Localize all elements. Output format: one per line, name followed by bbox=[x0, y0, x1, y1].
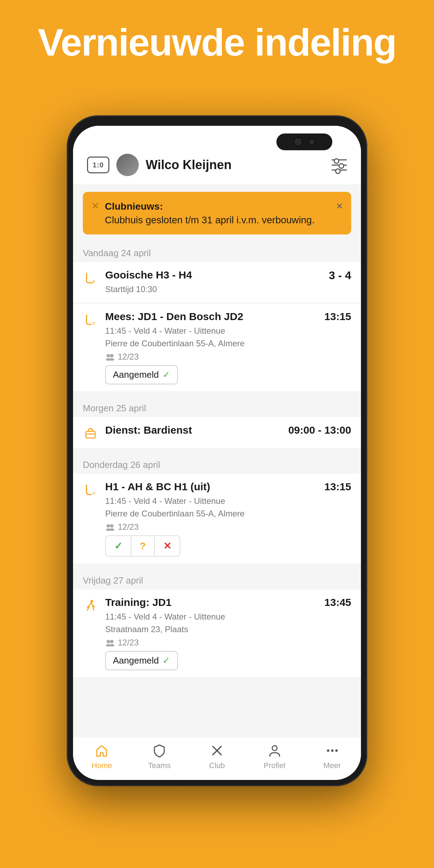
notification-icon: ✕ bbox=[91, 200, 99, 212]
user-name: Wilco Kleijnen bbox=[146, 158, 325, 172]
camera-lens-secondary bbox=[308, 138, 316, 146]
event-item-bardienst[interactable]: Dienst: Bardienst 09:00 - 13:00 bbox=[73, 417, 361, 448]
nav-label-home: Home bbox=[92, 761, 112, 770]
event-time-training: 13:45 bbox=[324, 596, 351, 608]
svg-point-15 bbox=[107, 640, 110, 643]
event-item-h1[interactable]: H1 - AH & BC H1 (uit) 11:45 - Veld 4 - W… bbox=[73, 474, 361, 564]
bottom-navigation: Home Teams bbox=[73, 737, 361, 780]
date-header-donderdag: Donderdag 26 april bbox=[73, 453, 361, 474]
person-icon bbox=[266, 743, 283, 758]
response-no-button[interactable]: ✕ bbox=[155, 536, 180, 556]
event-subtitle-training-line1: 11:45 - Veld 4 - Water - Uittenue bbox=[105, 610, 317, 623]
match-icon-3 bbox=[83, 482, 98, 498]
nav-item-teams[interactable]: Teams bbox=[131, 743, 188, 770]
event-item-gooische[interactable]: Gooische H3 - H4 Starttijd 10:30 3 - 4 bbox=[73, 262, 361, 303]
phone-device: 1:0 Wilco Kleijnen ✕ Clubnieuws: Clubhui… bbox=[67, 115, 367, 786]
svg-point-16 bbox=[110, 640, 114, 643]
response-yes-button[interactable]: ✓ bbox=[106, 536, 131, 556]
svg-rect-6 bbox=[86, 432, 95, 438]
duty-icon bbox=[83, 426, 98, 441]
notification-banner: ✕ Clubnieuws: Clubhuis gesloten t/m 31 a… bbox=[83, 192, 351, 234]
event-body-gooische: Gooische H3 - H4 Starttijd 10:30 bbox=[105, 269, 322, 296]
phone-screen: 1:0 Wilco Kleijnen ✕ Clubnieuws: Clubhui… bbox=[73, 126, 361, 780]
aangemeld-button-mees[interactable]: Aangemeld ✓ bbox=[105, 365, 178, 384]
training-icon bbox=[83, 598, 98, 613]
nav-item-more[interactable]: Meer bbox=[303, 743, 361, 770]
event-body-mees: Mees: JD1 - Den Bosch JD2 11:45 - Veld 4… bbox=[105, 311, 317, 384]
event-body-bardienst: Dienst: Bardienst bbox=[105, 424, 281, 438]
match-icon-1 bbox=[83, 270, 98, 286]
people-count-training: 12/23 bbox=[105, 638, 317, 648]
notification-close-button[interactable]: × bbox=[336, 200, 343, 212]
settings-line-3 bbox=[332, 169, 347, 171]
event-title-gooische: Gooische H3 - H4 bbox=[105, 269, 322, 281]
aangemeld-button-training[interactable]: Aangemeld ✓ bbox=[105, 651, 178, 670]
more-icon bbox=[324, 743, 341, 758]
date-header-morgen: Morgen 25 april bbox=[73, 397, 361, 417]
section-divider-1 bbox=[73, 392, 361, 397]
people-label-training: 12/23 bbox=[118, 638, 139, 648]
nav-label-profile: Profiel bbox=[264, 761, 285, 770]
check-icon-mees: ✓ bbox=[162, 369, 170, 380]
event-time-h1: 13:15 bbox=[324, 481, 351, 493]
match-icon-2 bbox=[83, 312, 98, 327]
camera-pill bbox=[276, 133, 332, 150]
people-count-h1: 12/23 bbox=[105, 522, 317, 532]
avatar bbox=[116, 154, 139, 176]
event-score-gooische: 3 - 4 bbox=[329, 269, 351, 282]
svg-point-24 bbox=[335, 750, 338, 752]
event-title-h1: H1 - AH & BC H1 (uit) bbox=[105, 481, 317, 493]
notification-text: Clubnieuws: Clubhuis gesloten t/m 31 apr… bbox=[105, 200, 331, 227]
svg-point-3 bbox=[110, 354, 114, 357]
nav-item-home[interactable]: Home bbox=[73, 743, 131, 770]
event-time-bardienst: 09:00 - 13:00 bbox=[288, 424, 351, 436]
event-body-training: Training: JD1 11:45 - Veld 4 - Water - U… bbox=[105, 596, 317, 670]
event-title-bardienst: Dienst: Bardienst bbox=[105, 424, 281, 436]
events-scroll-area[interactable]: Vandaag 24 april Gooische H3 - H4 Star bbox=[73, 241, 361, 737]
notification-body: Clubhuis gesloten t/m 31 april i.v.m. ve… bbox=[105, 215, 314, 225]
date-header-today: Vandaag 24 april bbox=[73, 241, 361, 262]
hockey-cross-icon bbox=[209, 743, 225, 758]
svg-point-0 bbox=[93, 280, 95, 283]
people-count-mees: 12/23 bbox=[105, 352, 317, 362]
section-divider-2 bbox=[73, 449, 361, 453]
svg-point-5 bbox=[109, 358, 114, 361]
nav-item-club[interactable]: Club bbox=[188, 743, 246, 770]
score-icon[interactable]: 1:0 bbox=[87, 157, 109, 173]
event-subtitle-gooische: Starttijd 10:30 bbox=[105, 283, 322, 296]
event-subtitle-h1-line2: Pierre de Coubertinlaan 55-A, Almere bbox=[105, 507, 317, 520]
nav-label-more: Meer bbox=[324, 761, 341, 770]
home-icon bbox=[93, 743, 110, 758]
svg-point-9 bbox=[93, 492, 95, 495]
event-subtitle-training-line2: Straatnaam 23, Plaats bbox=[105, 623, 317, 636]
nav-label-club: Club bbox=[209, 761, 225, 770]
event-item-training-jd1[interactable]: Training: JD1 11:45 - Veld 4 - Water - U… bbox=[73, 589, 361, 678]
people-label-mees: 12/23 bbox=[118, 352, 139, 362]
svg-point-1 bbox=[93, 322, 95, 325]
nav-item-profile[interactable]: Profiel bbox=[246, 743, 303, 770]
response-buttons-h1[interactable]: ✓ ? ✕ bbox=[105, 535, 180, 557]
date-header-vrijdag: Vrijdag 27 april bbox=[73, 569, 361, 589]
nav-label-teams: Teams bbox=[148, 761, 171, 770]
svg-point-10 bbox=[107, 524, 110, 528]
event-body-h1: H1 - AH & BC H1 (uit) 11:45 - Veld 4 - W… bbox=[105, 481, 317, 557]
event-subtitle-h1-line1: 11:45 - Veld 4 - Water - Uittenue bbox=[105, 495, 317, 507]
bottom-spacer bbox=[73, 678, 361, 706]
settings-line-2 bbox=[332, 165, 347, 166]
aangemeld-label-training: Aangemeld bbox=[113, 655, 159, 666]
people-label-h1: 12/23 bbox=[118, 522, 139, 532]
svg-point-11 bbox=[110, 524, 114, 528]
event-title-training: Training: JD1 bbox=[105, 596, 317, 608]
check-icon-training: ✓ bbox=[162, 655, 170, 666]
event-item-mees-jd1[interactable]: Mees: JD1 - Den Bosch JD2 11:45 - Veld 4… bbox=[73, 304, 361, 392]
svg-point-14 bbox=[91, 600, 93, 603]
svg-rect-8 bbox=[89, 433, 92, 435]
camera-lens-main bbox=[293, 137, 303, 147]
section-divider-3 bbox=[73, 565, 361, 569]
svg-point-22 bbox=[327, 750, 329, 752]
response-maybe-button[interactable]: ? bbox=[131, 536, 155, 556]
event-time-mees: 13:15 bbox=[324, 311, 351, 323]
event-title-mees: Mees: JD1 - Den Bosch JD2 bbox=[105, 311, 317, 323]
settings-icon[interactable] bbox=[332, 159, 347, 171]
svg-point-2 bbox=[107, 354, 110, 357]
